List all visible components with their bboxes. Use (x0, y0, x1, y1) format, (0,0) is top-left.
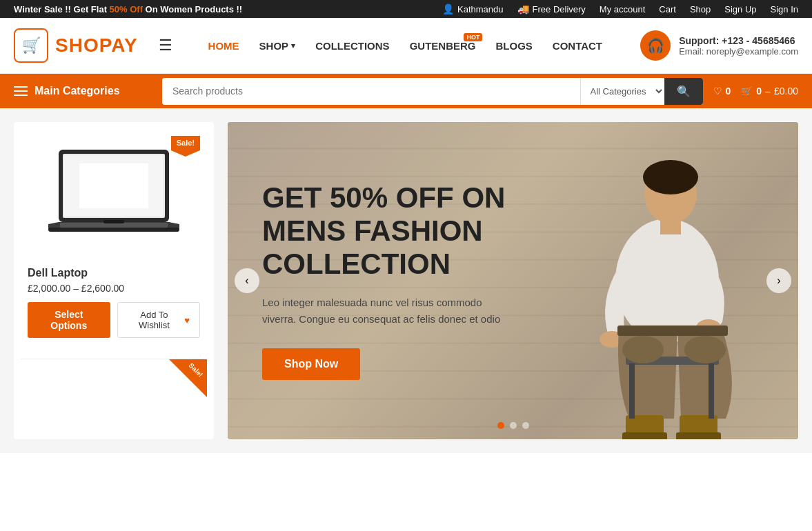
product-card-2: Sale! (21, 359, 207, 400)
cart-icon: 🛒 (741, 86, 753, 97)
hero-slide: GET 50% OFF ON MENS FASHION COLLECTION L… (228, 122, 798, 439)
search-button[interactable]: 🔍 (664, 78, 703, 105)
slider-dots (497, 422, 529, 429)
logo-area: 🛒 SHOPAY (14, 28, 138, 63)
search-input[interactable] (162, 79, 580, 103)
svg-rect-33 (709, 363, 714, 419)
product-card-1: Sale! Dell (21, 129, 207, 345)
svg-point-22 (643, 160, 698, 194)
svg-rect-4 (60, 223, 168, 228)
location-text: Kathmandu (457, 4, 504, 14)
product-price-1: £2,000.00 – £2,600.00 (28, 283, 200, 294)
model-svg (508, 129, 798, 439)
product-title-1: Dell Laptop (28, 267, 200, 279)
support-area: 🎧 Support: +123 - 45685466 Email: norepl… (640, 30, 798, 61)
category-bar: Main Categories All Categories Electroni… (0, 74, 812, 108)
cart-link[interactable]: Cart (659, 4, 676, 14)
shop-now-button[interactable]: Shop Now (262, 348, 360, 380)
model-illustration (508, 129, 798, 439)
svg-rect-28 (622, 432, 667, 439)
my-account-link[interactable]: My account (600, 4, 645, 14)
header: 🛒 SHOPAY ☰ HOME SHOP ▾ COLLECTIONS HOT G… (0, 18, 812, 74)
product-actions-1: Select Options Add To Wishlist ♥ (28, 302, 200, 338)
svg-rect-26 (617, 325, 728, 336)
sale-rest: On Women Products !! (143, 4, 242, 14)
main-content: Sale! Dell (0, 108, 812, 453)
nav-blogs[interactable]: BLOGS (487, 34, 540, 57)
select-options-button[interactable]: Select Options (28, 302, 110, 338)
location-item: 👤 Kathmandu (442, 3, 504, 14)
top-bar: Winter Sale !! Get Flat 50% Off On Women… (0, 0, 812, 18)
svg-rect-5 (103, 220, 124, 223)
chevron-down-icon: ▾ (291, 41, 295, 50)
logo-icon: 🛒 (14, 28, 48, 63)
location-icon: 👤 (442, 3, 454, 14)
svg-rect-3 (48, 228, 179, 232)
product-sidebar: Sale! Dell (14, 122, 214, 439)
sale-off: 50% Off (110, 4, 143, 14)
sale-text: Winter Sale !! Get Flat (14, 4, 110, 14)
svg-rect-6 (79, 163, 148, 208)
slider-dot-3[interactable] (522, 422, 529, 429)
cart-price: £0.00 (774, 86, 798, 97)
support-text: Support: +123 - 45685466 Email: noreply@… (679, 35, 798, 57)
main-categories-text: Main Categories (34, 85, 120, 97)
wishlist-icon: Add To Wishlist (128, 310, 181, 330)
menu-lines-icon (14, 86, 28, 96)
logo-text: SHOPAY (55, 34, 138, 57)
hero-description: Leo integer malesuada nunc vel risus com… (262, 294, 507, 328)
slider-prev-button[interactable]: ‹ (235, 268, 259, 293)
slider-dot-2[interactable] (510, 422, 517, 429)
delivery-text: Free Delivery (533, 4, 586, 14)
sale-announcement: Winter Sale !! Get Flat 50% Off On Women… (14, 4, 242, 14)
product-image-laptop (38, 136, 190, 260)
hero-title: GET 50% OFF ON MENS FASHION COLLECTION (262, 181, 507, 281)
support-email: Email: noreply@example.com (679, 46, 798, 57)
svg-rect-32 (629, 363, 635, 419)
cart-count: 0 (756, 86, 762, 97)
hero-content: GET 50% OFF ON MENS FASHION COLLECTION L… (228, 154, 542, 408)
hamburger-icon[interactable]: ☰ (159, 37, 172, 54)
svg-point-34 (622, 336, 664, 363)
signup-link[interactable]: Sign Up (724, 4, 756, 14)
nav-contact[interactable]: CONTACT (544, 34, 611, 57)
category-select[interactable]: All Categories Electronics Fashion Home … (580, 79, 664, 104)
delivery-item: 🚚 Free Delivery (517, 3, 586, 14)
main-nav: HOME SHOP ▾ COLLECTIONS HOT GUTENBERG BL… (200, 34, 627, 57)
nav-home[interactable]: HOME (200, 34, 248, 57)
add-to-wishlist-button[interactable]: Add To Wishlist ♥ (117, 302, 200, 338)
slider-dot-1[interactable] (497, 422, 504, 429)
heart-filled-icon: ♥ (184, 315, 190, 325)
headset-icon: 🎧 (640, 30, 671, 61)
top-bar-right: 👤 Kathmandu 🚚 Free Delivery My account C… (442, 3, 798, 14)
hero-slider: GET 50% OFF ON MENS FASHION COLLECTION L… (228, 122, 798, 439)
signin-link[interactable]: Sign In (771, 4, 798, 14)
heart-icon: ♡ (713, 86, 722, 97)
shop-link[interactable]: Shop (690, 4, 711, 14)
delivery-icon: 🚚 (517, 3, 529, 14)
nav-shop[interactable]: SHOP ▾ (251, 34, 304, 57)
nav-gutenberg[interactable]: HOT GUTENBERG (402, 34, 484, 57)
svg-rect-30 (676, 432, 721, 439)
wishlist-button[interactable]: ♡ 0 (713, 86, 731, 97)
hot-badge: HOT (464, 33, 482, 41)
cart-button[interactable]: 🛒 0– £0.00 (741, 86, 798, 97)
wishlist-count: 0 (726, 86, 731, 97)
svg-rect-23 (660, 217, 681, 234)
slider-next-button[interactable]: › (766, 268, 791, 293)
laptop-illustration (45, 143, 183, 253)
svg-point-35 (684, 336, 726, 363)
main-categories-label[interactable]: Main Categories (14, 85, 152, 97)
cart-area: ♡ 0 🛒 0– £0.00 (713, 86, 798, 97)
support-phone: Support: +123 - 45685466 (679, 35, 798, 46)
nav-collections[interactable]: COLLECTIONS (307, 34, 398, 57)
search-area: All Categories Electronics Fashion Home … (162, 78, 703, 105)
